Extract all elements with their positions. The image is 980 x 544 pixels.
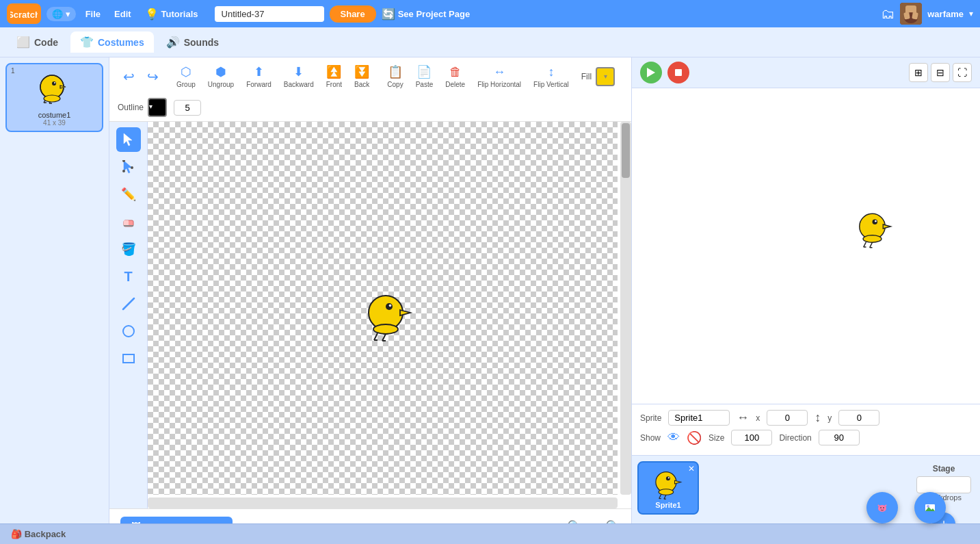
fill-color-swatch[interactable]: ▾ [596, 67, 615, 86]
costume-number: 1 [11, 67, 15, 75]
sprite-info: Sprite ↔ x ↕ y Show 👁 🚫 Size Direction [632, 404, 980, 455]
share-button[interactable]: Share [330, 5, 376, 23]
svg-rect-24 [124, 225, 133, 226]
stage-controls-bar: ⊞ ⊟ ⛶ [632, 57, 980, 88]
front-btn[interactable]: ⏫ Front [321, 62, 347, 91]
svg-line-45 [870, 242, 873, 248]
svg-point-31 [388, 304, 391, 307]
svg-point-11 [54, 82, 55, 83]
paste-btn[interactable]: 📄 Paste [410, 62, 439, 91]
undo-redo-group: ↩ ↪ [118, 66, 164, 88]
svg-line-33 [374, 333, 378, 340]
show-visible-btn[interactable]: 👁 [667, 430, 680, 445]
show-hidden-btn[interactable]: 🚫 [687, 430, 702, 445]
outline-color-swatch[interactable]: ▾ [148, 98, 167, 117]
show-label: Show [640, 433, 661, 443]
sprite-name-input[interactable] [668, 410, 730, 426]
canvas-sprite [362, 288, 417, 343]
layout-normal-btn[interactable]: ⊞ [909, 63, 928, 82]
svg-marker-29 [400, 310, 410, 315]
svg-point-21 [131, 166, 133, 169]
red-stop-btn[interactable] [667, 62, 689, 83]
backpack-bar[interactable]: 🎒 Backpack [0, 523, 980, 544]
layout-small-btn[interactable]: ⊟ [931, 63, 950, 82]
nav-username[interactable]: warfame [927, 9, 964, 19]
svg-point-41 [872, 220, 877, 225]
back-btn[interactable]: ⏬ Back [349, 62, 375, 91]
outline-label: Outline [118, 103, 144, 112]
add-sprite-float-btn[interactable] [866, 492, 898, 523]
svg-point-20 [122, 170, 125, 172]
select-tool-btn[interactable] [116, 127, 141, 152]
forward-btn[interactable]: ⬆ Forward [241, 62, 277, 91]
nav-tutorials-btn[interactable]: 💡 Tutorials [141, 5, 202, 23]
tab-sounds[interactable]: 🔊 Sounds [157, 31, 228, 53]
costume-size-label: 41 x 39 [43, 119, 66, 127]
svg-point-30 [386, 303, 393, 310]
costume-item-1[interactable]: 1 costume1 41 x 39 [5, 63, 103, 132]
reshape-tool-btn[interactable] [116, 155, 141, 179]
redo-btn[interactable]: ↪ [142, 66, 164, 88]
canvas-scrollbar-h[interactable] [148, 497, 618, 508]
y-label: y [827, 413, 832, 423]
direction-input[interactable] [819, 430, 860, 445]
green-flag-btn[interactable] [640, 62, 662, 83]
svg-marker-9 [60, 86, 66, 88]
sprite-item-1[interactable]: ✕ Sprit [637, 461, 699, 515]
x-arrow-icon: ↔ [737, 411, 749, 425]
project-title-input[interactable] [215, 6, 324, 22]
svg-marker-40 [883, 224, 890, 229]
nav-file-btn[interactable]: File [81, 7, 105, 21]
y-arrow-icon: ↕ [815, 411, 821, 425]
canvas-scrollbar-v[interactable] [620, 122, 631, 495]
tab-costumes[interactable]: 👕 Costumes [70, 31, 154, 53]
x-input[interactable] [767, 410, 808, 426]
size-input[interactable] [731, 430, 772, 445]
svg-marker-17 [124, 133, 132, 146]
text-tool-btn[interactable]: T [116, 264, 141, 289]
pencil-tool-btn[interactable]: ✏️ [116, 182, 141, 207]
nav-edit-btn[interactable]: Edit [110, 7, 135, 21]
canvas-area: ✏️ 🪣 T [109, 122, 631, 508]
nav-globe-btn[interactable]: 🌐 ▾ [47, 7, 76, 21]
stage-panel: ⊞ ⊟ ⛶ [631, 57, 980, 544]
svg-point-16 [44, 95, 60, 102]
group-btn[interactable]: ⬡ Group [171, 62, 201, 91]
tools-sidebar: ✏️ 🪣 T [109, 122, 148, 508]
y-input[interactable] [838, 410, 879, 426]
line-tool-btn[interactable] [116, 292, 141, 316]
sprite-close-btn[interactable]: ✕ [688, 464, 695, 474]
tab-code[interactable]: ⬜ Code [7, 31, 68, 53]
undo-btn[interactable]: ↩ [118, 66, 140, 88]
layout-fullscreen-btn[interactable]: ⛶ [953, 63, 972, 82]
add-backdrop-float-btn[interactable] [914, 492, 946, 523]
svg-rect-27 [123, 354, 134, 363]
delete-btn[interactable]: 🗑 Delete [440, 62, 471, 91]
ungroup-btn[interactable]: ⬢ Ungroup [202, 62, 239, 91]
costume-panel: 1 costume1 41 x 39 [0, 57, 109, 544]
eraser-tool-btn[interactable] [116, 209, 141, 234]
scratch-logo[interactable]: Scratch [7, 3, 41, 24]
svg-point-32 [373, 324, 398, 334]
drawing-canvas[interactable] [148, 122, 631, 508]
flip-v-btn[interactable]: ↕ Flip Vertical [528, 62, 574, 91]
stage-thumb[interactable] [916, 476, 971, 493]
nav-folder-icon[interactable]: 🗂 [881, 6, 895, 22]
backward-btn[interactable]: ⬇ Backward [278, 62, 319, 91]
rect-tool-btn[interactable] [116, 346, 141, 371]
costume-toolbar: ↩ ↪ ⬡ Group ⬢ Ungroup ⬆ Forward [109, 57, 631, 122]
copy-btn[interactable]: 📋 Copy [382, 62, 408, 91]
svg-point-42 [875, 220, 877, 222]
sprite-info-name-row: Sprite ↔ x ↕ y [640, 410, 972, 426]
canvas-scrollbar-thumb-v[interactable] [622, 123, 630, 178]
circle-tool-btn[interactable] [116, 319, 141, 344]
svg-line-44 [864, 242, 866, 248]
backpack-label: Backpack [25, 529, 66, 539]
sprite-label: Sprite [640, 413, 661, 423]
fill-tool-btn[interactable]: 🪣 [116, 237, 141, 261]
stroke-size-input[interactable] [174, 100, 201, 116]
see-project-page-link[interactable]: 🔄 See Project Page [382, 8, 471, 21]
svg-line-54 [663, 495, 665, 499]
stage-viewport[interactable] [632, 88, 980, 404]
flip-h-btn[interactable]: ↔ Flip Horizontal [472, 62, 527, 91]
